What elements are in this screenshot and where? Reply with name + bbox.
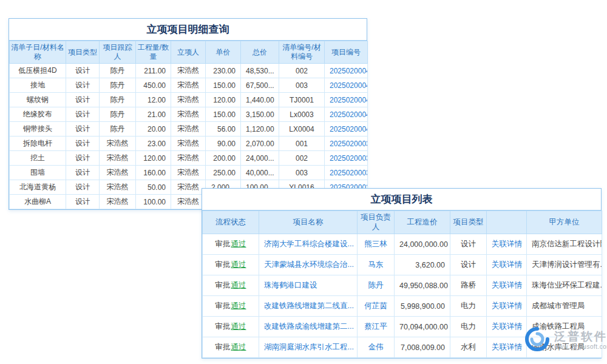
project-leader-link[interactable]: 金伟 bbox=[368, 343, 384, 351]
project-no-link[interactable]: 2025020004 bbox=[330, 67, 368, 75]
client-unit-cell: 南京信达新工程设计院 bbox=[527, 234, 602, 255]
column-header: 项目类型 bbox=[450, 211, 487, 234]
related-detail-link[interactable]: 关联详情 bbox=[492, 302, 522, 310]
project-leader-link[interactable]: 蔡江平 bbox=[364, 322, 387, 331]
table-row: 审批通过珠海鹤港口建设陈丹49,950,088.00路桥关联详情珠海信业环保工程… bbox=[203, 275, 602, 296]
column-header: 项目类型 bbox=[66, 41, 100, 64]
project-no-link[interactable]: 2025020004 bbox=[330, 81, 368, 90]
project-no-link[interactable]: 2025020003 bbox=[330, 140, 368, 148]
related-detail-link[interactable]: 关联详情 bbox=[492, 260, 522, 269]
project-cost-cell: 3,620.00 bbox=[395, 255, 450, 275]
project-type-cell: 水利 bbox=[450, 337, 487, 358]
quantity-cell: 21.00 bbox=[136, 107, 171, 122]
watermark: 泛普软件 www.fanpusoft.com bbox=[524, 326, 607, 354]
client-unit-cell: 成都城市管理局 bbox=[527, 296, 602, 317]
project-cost-cell: 49,950,088.00 bbox=[395, 275, 450, 296]
table-row: 接地设计陈丹450.00宋浩然150.0067,500...0032025020… bbox=[10, 78, 368, 93]
list-code-cell: 002 bbox=[279, 64, 325, 78]
flow-status-cell: 审批通过 bbox=[203, 296, 259, 317]
material-name-cell: 绝缘胶布 bbox=[10, 107, 66, 122]
list-code-cell: LX0004 bbox=[279, 122, 325, 136]
initiator-cell: 宋浩然 bbox=[171, 78, 206, 93]
project-name-link[interactable]: 改建铁路线增建第二线直... bbox=[264, 302, 354, 310]
status-pass-link[interactable]: 通过 bbox=[231, 260, 246, 269]
project-no-link[interactable]: 2025020004 bbox=[330, 110, 368, 119]
flow-status-cell: 审批通过 bbox=[203, 317, 259, 337]
list-code-cell: 001 bbox=[279, 136, 325, 151]
related-detail-link[interactable]: 关联详情 bbox=[492, 343, 522, 351]
column-header: 立项人 bbox=[171, 41, 206, 64]
project-no-link[interactable]: 2025020004 bbox=[330, 96, 368, 104]
project-no-link[interactable]: 2025020003 bbox=[330, 169, 368, 177]
material-name-cell: 接地 bbox=[10, 78, 66, 93]
project-leader-cell: 何芷茵 bbox=[358, 296, 395, 317]
unit-price-cell: 56.00 bbox=[206, 122, 241, 136]
status-text: 审批 bbox=[215, 302, 231, 310]
column-header: 流程状态 bbox=[203, 211, 259, 234]
project-no-link[interactable]: 2025020004 bbox=[330, 125, 368, 133]
initiator-cell: 宋浩然 bbox=[171, 195, 206, 209]
list-code-cell: 003 bbox=[279, 166, 325, 180]
quantity-cell: 100.00 bbox=[136, 195, 171, 209]
column-header: 工程量/数量 bbox=[136, 41, 171, 64]
unit-price-cell: 200.00 bbox=[206, 151, 241, 166]
tracker-cell: 陈丹 bbox=[100, 93, 136, 107]
total-price-cell: 2,070.00 bbox=[241, 136, 279, 151]
project-name-link[interactable]: 改建铁路成渝线增建第二... bbox=[264, 322, 354, 331]
project-leader-link[interactable]: 何芷茵 bbox=[364, 302, 387, 310]
related-detail-link[interactable]: 关联详情 bbox=[492, 240, 522, 248]
quantity-cell: 12.00 bbox=[136, 93, 171, 107]
status-text: 审批 bbox=[215, 343, 231, 351]
related-detail-cell: 关联详情 bbox=[487, 296, 527, 317]
project-leader-link[interactable]: 熊三林 bbox=[364, 240, 387, 248]
fanpu-logo-icon bbox=[524, 326, 550, 354]
tracker-cell: 陈丹 bbox=[100, 64, 136, 78]
project-leader-link[interactable]: 陈丹 bbox=[368, 281, 384, 289]
column-header bbox=[487, 211, 527, 234]
related-detail-link[interactable]: 关联详情 bbox=[492, 281, 522, 289]
project-type-cell: 设计 bbox=[66, 64, 100, 78]
quantity-cell: 120.00 bbox=[136, 151, 171, 166]
initiator-cell: 宋浩然 bbox=[171, 151, 206, 166]
project-no-cell: 2025020003 bbox=[325, 151, 368, 166]
status-pass-link[interactable]: 通过 bbox=[231, 302, 246, 310]
list-header-row: 流程状态项目名称项目负责人工程造价项目类型甲方单位 bbox=[203, 211, 602, 234]
column-header: 清单子目/材料名称 bbox=[10, 41, 66, 64]
project-leader-link[interactable]: 马东 bbox=[368, 260, 384, 269]
initiator-cell: 宋浩然 bbox=[171, 136, 206, 151]
column-header: 项目负责人 bbox=[358, 211, 395, 234]
table-row: 围墙设计宋浩然160.00宋浩然250.0040,000...003202502… bbox=[10, 166, 368, 180]
project-name-cell: 改建铁路线增建第二线直... bbox=[259, 296, 358, 317]
status-pass-link[interactable]: 通过 bbox=[231, 240, 246, 248]
project-name-link[interactable]: 天津蒙城县水环境综合治... bbox=[264, 260, 354, 269]
project-leader-cell: 熊三林 bbox=[358, 234, 395, 255]
status-pass-link[interactable]: 通过 bbox=[231, 322, 246, 331]
status-pass-link[interactable]: 通过 bbox=[231, 281, 246, 289]
project-no-cell: 2025020004 bbox=[325, 107, 368, 122]
list-code-cell: 002 bbox=[279, 151, 325, 166]
client-unit-cell: 天津博润设计管理有... bbox=[527, 255, 602, 275]
unit-price-cell: 120.00 bbox=[206, 93, 241, 107]
project-no-link[interactable]: 2025020003 bbox=[330, 154, 368, 163]
project-name-link[interactable]: 济南大学工科综合楼建设... bbox=[264, 240, 354, 248]
project-type-cell: 电力 bbox=[450, 317, 487, 337]
project-name-cell: 湖南洞庭湖水库引水工程... bbox=[259, 337, 358, 358]
tracker-cell: 宋浩然 bbox=[100, 180, 136, 195]
initiator-cell: 宋浩然 bbox=[171, 122, 206, 136]
project-name-link[interactable]: 湖南洞庭湖水库引水工程... bbox=[264, 343, 354, 351]
status-text: 审批 bbox=[215, 240, 231, 248]
project-no-cell: 2025020003 bbox=[325, 136, 368, 151]
material-name-cell: 螺纹钢 bbox=[10, 93, 66, 107]
quantity-cell: 450.00 bbox=[136, 78, 171, 93]
material-name-cell: 北海道黄杨 bbox=[10, 180, 66, 195]
table-row: 螺纹钢设计陈丹12.00宋浩然120.001,440.00TJ000120250… bbox=[10, 93, 368, 107]
list-panel-title: 立项项目列表 bbox=[202, 189, 601, 211]
initiator-cell: 宋浩然 bbox=[171, 93, 206, 107]
project-name-link[interactable]: 珠海鹤港口建设 bbox=[264, 281, 317, 289]
project-type-cell: 路桥 bbox=[450, 275, 487, 296]
project-cost-cell: 7,008,009.00 bbox=[395, 337, 450, 358]
project-leader-cell: 金伟 bbox=[358, 337, 395, 358]
related-detail-link[interactable]: 关联详情 bbox=[492, 322, 522, 331]
status-pass-link[interactable]: 通过 bbox=[231, 343, 246, 351]
watermark-text: 泛普软件 www.fanpusoft.com bbox=[554, 330, 607, 351]
